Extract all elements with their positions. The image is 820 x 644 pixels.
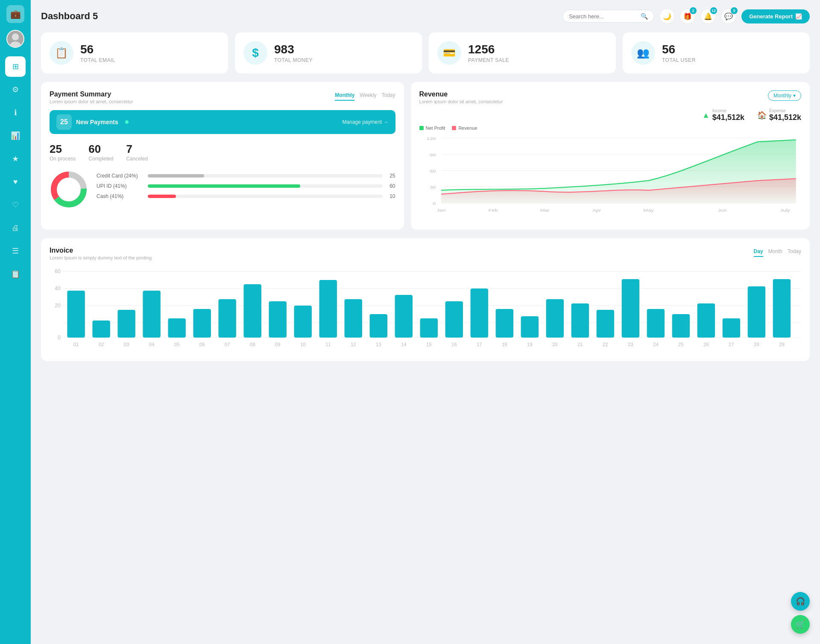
payment-summary-title: Payment Summary (50, 90, 133, 98)
svg-text:30: 30 (430, 185, 436, 189)
expense-value: $41,512k (769, 113, 801, 122)
revenue-legend: Net Profit Revenue (419, 125, 801, 131)
theme-toggle-button[interactable]: 🌙 (659, 9, 675, 24)
svg-text:01: 01 (73, 342, 79, 347)
tab-weekly[interactable]: Weekly (360, 90, 376, 101)
search-input[interactable] (569, 13, 637, 20)
chat-icon: 💬 (724, 12, 733, 20)
bell-button[interactable]: 🔔 12 (700, 9, 716, 24)
stat-email-info: 56 TOTAL EMAIL (80, 43, 115, 63)
income-icon: ▲ (702, 111, 710, 120)
income-expense: ▲ Income $41,512k 🏠 Expense $41,512k (419, 108, 801, 122)
payment-progress: Credit Card (24%) 25 UPI ID (41%) 60 (97, 173, 395, 204)
upi-bar (148, 184, 300, 188)
svg-rect-61 (773, 279, 791, 338)
invoice-tabs: Day Month Today (754, 247, 801, 257)
cart-fab[interactable]: 🛒 (791, 615, 810, 634)
sidebar-item-heart2[interactable]: ♡ (5, 195, 26, 215)
payment-sale-label: PAYMENT SALE (468, 57, 509, 63)
sidebar-item-list[interactable]: ☰ (5, 241, 26, 261)
chat-button[interactable]: 💬 5 (721, 9, 736, 24)
invoice-section: Invoice Lorem Ipsum is simply dummy text… (41, 238, 810, 361)
svg-rect-57 (672, 314, 690, 338)
monthly-label: Monthly (773, 93, 791, 99)
main-content: Dashboard 5 🔍 🌙 🎁 2 🔔 12 💬 5 Gen (31, 0, 820, 644)
tab-monthly[interactable]: Monthly (335, 90, 354, 101)
svg-rect-60 (748, 286, 765, 338)
invoice-tab-today[interactable]: Today (788, 247, 801, 257)
upi-count: 60 (387, 183, 395, 189)
sidebar-item-info[interactable]: ℹ (5, 102, 26, 123)
net-profit-label: Net Profit (426, 125, 445, 131)
svg-rect-43 (319, 280, 337, 338)
moon-icon: 🌙 (663, 12, 671, 20)
sidebar-item-star[interactable]: ★ (5, 149, 26, 169)
svg-text:60: 60 (430, 169, 436, 173)
expense-item: 🏠 Expense $41,512k (757, 108, 801, 122)
info-icon: ℹ (14, 108, 17, 117)
stat-completed: 60 Completed (88, 143, 113, 162)
invoice-header: Invoice Lorem Ipsum is simply dummy text… (50, 247, 801, 260)
svg-text:08: 08 (250, 342, 255, 347)
expense-icon: 🏠 (757, 111, 767, 120)
payment-sale-value: 1256 (468, 43, 509, 56)
dashboard-icon: ⊞ (12, 62, 19, 71)
payment-summary-header: Payment Summary Lorem ipsum dolor sit am… (50, 90, 395, 104)
sidebar-logo[interactable]: 💼 (6, 5, 24, 23)
page-title: Dashboard 5 (41, 11, 98, 22)
generate-report-button[interactable]: Generate Report 📈 (741, 9, 810, 23)
sidebar-item-analytics[interactable]: 📊 (5, 125, 26, 146)
progress-cash: Cash (41%) 10 (97, 193, 395, 199)
stat-canceled: 7 Canceled (126, 143, 148, 162)
generate-report-label: Generate Report (749, 13, 793, 20)
chevron-down-icon: ▾ (793, 93, 796, 99)
income-label: Income (712, 108, 744, 113)
invoice-tab-month[interactable]: Month (768, 247, 782, 257)
svg-rect-45 (370, 314, 387, 338)
sidebar-item-dashboard[interactable]: ⊞ (5, 56, 26, 77)
stat-card-user: 👥 56 TOTAL USER (623, 32, 810, 73)
revenue-subtitle: Lorem ipsum dolor sit amet, consectetur (419, 99, 503, 104)
invoice-subtitle: Lorem Ipsum is simply dummy text of the … (50, 255, 152, 260)
tab-today[interactable]: Today (381, 90, 395, 101)
mid-section: Payment Summary Lorem ipsum dolor sit am… (41, 82, 810, 230)
heart-icon: ♥ (13, 178, 18, 186)
revenue-monthly-dropdown[interactable]: Monthly ▾ (768, 90, 801, 101)
money-icon: $ (243, 41, 267, 65)
canceled-label: Canceled (126, 156, 148, 162)
support-fab[interactable]: 🎧 (791, 592, 810, 611)
legend-revenue: Revenue (452, 125, 477, 131)
sidebar-item-doc[interactable]: 📋 (5, 264, 26, 284)
cash-bar-bg (148, 195, 383, 198)
on-process-value: 25 (50, 143, 76, 156)
svg-text:18: 18 (502, 342, 507, 347)
svg-text:90: 90 (430, 153, 436, 157)
svg-text:09: 09 (275, 342, 281, 347)
svg-text:12: 12 (351, 342, 356, 347)
invoice-tab-day[interactable]: Day (754, 247, 763, 257)
svg-text:02: 02 (99, 342, 104, 347)
sidebar-item-printer[interactable]: 🖨 (5, 218, 26, 238)
sidebar-item-heart1[interactable]: ♥ (5, 172, 26, 192)
heart-outline-icon: ♡ (12, 200, 19, 210)
cash-bar (148, 195, 176, 198)
sidebar-item-settings[interactable]: ⚙ (5, 79, 26, 100)
svg-text:40: 40 (55, 286, 61, 291)
gift-button[interactable]: 🎁 2 (680, 9, 695, 24)
manage-payment-link[interactable]: Manage payment → (342, 119, 388, 125)
net-profit-dot (419, 126, 424, 130)
search-box[interactable]: 🔍 (562, 10, 654, 23)
svg-text:Apr: Apr (592, 208, 601, 213)
payment-summary-card: Payment Summary Lorem ipsum dolor sit am… (41, 82, 404, 230)
invoice-titles: Invoice Lorem Ipsum is simply dummy text… (50, 247, 152, 260)
stat-money-info: 983 TOTAL MONEY (274, 43, 313, 63)
revenue-card: Revenue Lorem ipsum dolor sit amet, cons… (411, 82, 810, 230)
fab-group: 🎧 🛒 (791, 592, 810, 634)
cash-count: 10 (387, 193, 395, 199)
avatar[interactable] (6, 30, 24, 48)
svg-text:May: May (643, 208, 654, 213)
payment-stats-row: 25 On process 60 Completed 7 Canceled (50, 143, 395, 162)
svg-rect-47 (420, 318, 438, 338)
invoice-title: Invoice (50, 247, 152, 254)
upi-bar-bg (148, 184, 383, 188)
